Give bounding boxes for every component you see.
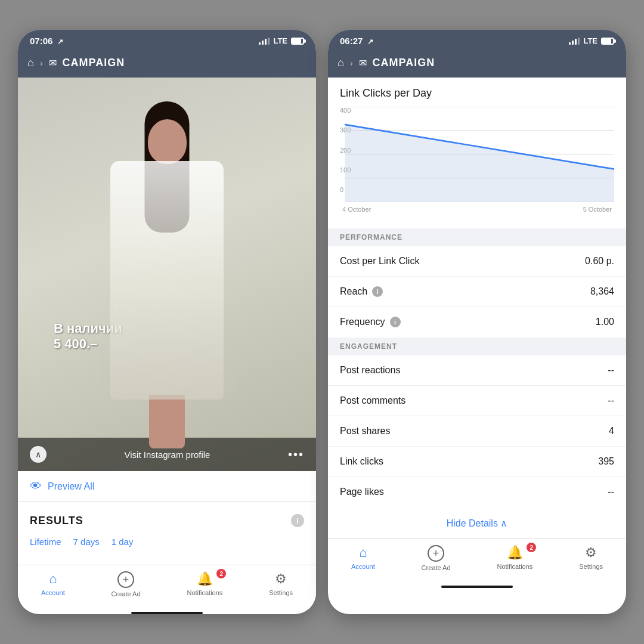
battery-fill-2: [602, 39, 611, 44]
chart-area: 400 300 200 100 0: [340, 107, 614, 214]
lte-label-1: LTE: [273, 36, 287, 45]
reach-info-icon[interactable]: i: [372, 286, 383, 297]
frequency-info-icon[interactable]: i: [390, 317, 401, 327]
eye-icon: 👁: [30, 479, 42, 493]
inbox-icon-2: ✉: [359, 57, 367, 69]
nav-title-1: CAMPAIGN: [63, 57, 125, 69]
settings-icon-2: ⚙: [585, 545, 597, 561]
results-section: RESULTS i Lifetime 7 days 1 day: [18, 502, 316, 565]
battery-icon-1: [291, 38, 304, 45]
performance-section: PERFORMANCE Cost per Link Click 0.60 p. …: [328, 228, 626, 337]
metric-value-post-reactions: --: [608, 365, 614, 376]
inbox-icon-1: ✉: [49, 57, 57, 69]
notification-badge-2: 2: [527, 543, 536, 552]
home-indicator-2: [441, 586, 513, 588]
nav-notifications-2[interactable]: 🔔 2 Notifications: [497, 545, 532, 571]
status-bar-1: 07:06 ↗ LTE: [18, 30, 316, 51]
phone-1: 07:06 ↗ LTE ⌂ › ✉ CAMPAIGN: [18, 30, 316, 614]
nav-settings-1[interactable]: ⚙ Settings: [269, 571, 293, 597]
metric-label-reach: Reach i: [340, 286, 383, 297]
tab-7days[interactable]: 7 days: [73, 537, 100, 547]
metric-label-page-likes: Page likes: [340, 487, 384, 497]
account-icon-2: ⌂: [359, 545, 367, 561]
battery-fill-1: [292, 39, 301, 44]
swipe-up-icon[interactable]: ∧: [30, 446, 47, 463]
chevron-icon-1: ›: [40, 58, 43, 68]
results-tabs: Lifetime 7 days 1 day: [30, 537, 304, 547]
ad-image: В наличии 5 400.–: [18, 78, 316, 471]
create-ad-label-1: Create Ad: [112, 590, 141, 597]
signal-bars-2: [569, 38, 580, 45]
chart-x-start: 4 October: [342, 206, 371, 213]
nav-create-ad-2[interactable]: + Create Ad: [422, 545, 451, 571]
create-ad-icon-2: +: [428, 545, 444, 562]
nav-create-ad-1[interactable]: + Create Ad: [112, 571, 141, 597]
metric-label-link-clicks: Link clicks: [340, 456, 383, 467]
metric-label-post-reactions: Post reactions: [340, 365, 400, 376]
metric-reach: Reach i 8,364: [328, 277, 626, 307]
metric-post-reactions: Post reactions --: [328, 355, 626, 386]
nav-account-1[interactable]: ⌂ Account: [41, 571, 65, 597]
hide-details-button[interactable]: Hide Details ∧: [447, 518, 508, 528]
engagement-section: ENGAGEMENT Post reactions -- Post commen…: [328, 338, 626, 507]
nav-notifications-1[interactable]: 🔔 2 Notifications: [187, 571, 222, 597]
tab-1day[interactable]: 1 day: [112, 537, 134, 547]
metric-link-clicks: Link clicks 395: [328, 447, 626, 477]
nav-account-2[interactable]: ⌂ Account: [351, 545, 375, 571]
metric-frequency: Frequency i 1.00: [328, 307, 626, 337]
metric-value-page-likes: --: [608, 487, 614, 497]
metric-label-frequency: Frequency i: [340, 317, 401, 327]
nav-title-2: CAMPAIGN: [373, 57, 435, 69]
status-right-2: LTE: [569, 36, 614, 45]
bottom-nav-1: ⌂ Account + Create Ad 🔔 2 Notifications …: [18, 565, 316, 609]
signal-bars-1: [259, 38, 270, 45]
chart-svg: [345, 107, 614, 202]
metric-cost-per-click: Cost per Link Click 0.60 p.: [328, 246, 626, 277]
metric-value-cost: 0.60 p.: [585, 256, 614, 267]
ad-more-icon[interactable]: •••: [288, 448, 304, 462]
metric-page-likes: Page likes --: [328, 477, 626, 507]
account-icon-1: ⌂: [49, 571, 57, 587]
ad-preview: В наличии 5 400.– ∧ Visit Instagram prof…: [18, 78, 316, 471]
metric-post-shares: Post shares 4: [328, 416, 626, 447]
account-label-2: Account: [351, 563, 375, 570]
metric-post-comments: Post comments --: [328, 386, 626, 416]
metric-value-frequency: 1.00: [596, 317, 614, 327]
svg-marker-5: [345, 125, 614, 202]
metric-value-post-shares: 4: [609, 426, 614, 436]
home-nav-icon-2[interactable]: ⌂: [338, 57, 344, 69]
settings-icon-1: ⚙: [275, 571, 287, 587]
results-header: RESULTS i: [30, 514, 304, 527]
ad-cta-text[interactable]: Visit Instagram profile: [125, 450, 210, 460]
preview-all-text[interactable]: Preview All: [48, 481, 94, 492]
bell-icon-1: 🔔: [197, 571, 213, 587]
hide-details-row: Hide Details ∧: [328, 508, 626, 538]
nav-settings-2[interactable]: ⚙ Settings: [579, 545, 603, 571]
metric-value-reach: 8,364: [590, 286, 614, 297]
status-bar-2: 06:27 ↗ LTE: [328, 30, 626, 51]
home-indicator-1: [131, 612, 203, 614]
metric-label-post-comments: Post comments: [340, 395, 405, 406]
create-ad-icon-1: +: [117, 571, 134, 588]
settings-label-2: Settings: [579, 563, 603, 570]
chart-x-end: 5 October: [583, 206, 612, 213]
bottom-nav-2: ⌂ Account + Create Ad 🔔 2 Notifications …: [328, 538, 626, 583]
lte-label-2: LTE: [583, 36, 597, 45]
preview-all-row[interactable]: 👁 Preview All: [18, 471, 316, 502]
performance-header: PERFORMANCE: [328, 228, 626, 246]
notifications-label-2: Notifications: [497, 563, 532, 570]
settings-label-1: Settings: [269, 589, 293, 596]
chart-section: Link Clicks per Day 400 300 200 100 0: [328, 78, 626, 224]
notification-badge-1: 2: [216, 569, 226, 578]
results-title: RESULTS: [30, 515, 83, 527]
results-info-icon[interactable]: i: [291, 514, 304, 527]
nav-bar-1: ⌂ › ✉ CAMPAIGN: [18, 51, 316, 78]
metric-label-post-shares: Post shares: [340, 426, 390, 436]
status-right-1: LTE: [259, 36, 304, 45]
metric-value-link-clicks: 395: [598, 456, 614, 467]
metric-label-cost: Cost per Link Click: [340, 256, 419, 267]
home-nav-icon-1[interactable]: ⌂: [27, 57, 34, 69]
tab-lifetime[interactable]: Lifetime: [30, 537, 61, 547]
create-ad-label-2: Create Ad: [422, 564, 451, 571]
phone-2: 06:27 ↗ LTE ⌂ › ✉ CAMPAIGN Link Clicks p…: [328, 30, 626, 614]
